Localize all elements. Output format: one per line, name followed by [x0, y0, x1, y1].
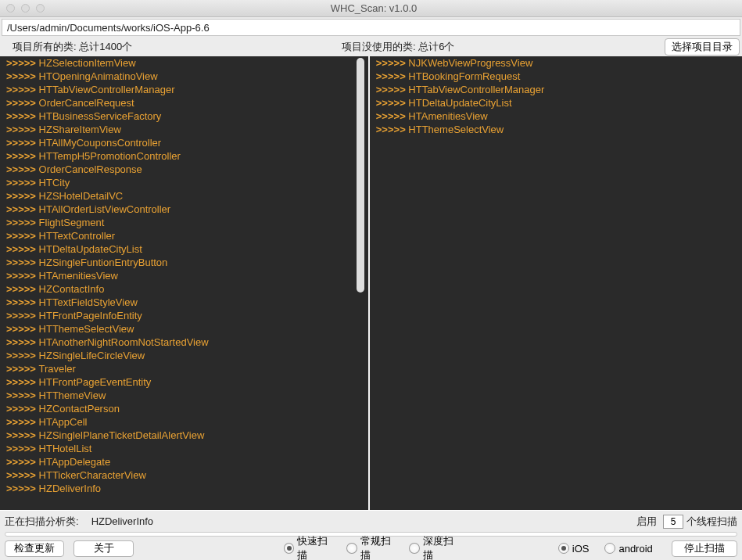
- class-line: >>>>> HZSingleLifeCircleView: [0, 349, 353, 362]
- class-line: >>>>> HTBusinessServiceFactory: [0, 109, 353, 123]
- prefix-chevrons: >>>>>: [6, 243, 39, 255]
- class-line: >>>>> HTTickerCharacterView: [0, 468, 353, 482]
- unused-classes-pane[interactable]: >>>>> NJKWebViewProgressView>>>>> HTBook…: [368, 56, 742, 510]
- fast-scan-radio[interactable]: 快速扫描: [284, 534, 337, 560]
- class-line: >>>>> HTAmenitiesView: [0, 269, 353, 282]
- prefix-chevrons: >>>>>: [6, 376, 39, 388]
- prefix-chevrons: >>>>>: [6, 456, 39, 468]
- class-name-link[interactable]: HTTabViewControllerManager: [39, 84, 175, 95]
- prefix-chevrons: >>>>>: [6, 403, 39, 415]
- select-dir-button[interactable]: 选择项目目录: [665, 38, 740, 56]
- class-name-link[interactable]: HZShareItemView: [39, 124, 121, 135]
- thread-count-input[interactable]: [663, 515, 683, 529]
- class-line: >>>>> Traveler: [0, 362, 353, 375]
- class-name-link[interactable]: HTThemeSelectView: [39, 323, 134, 335]
- prefix-chevrons: >>>>>: [6, 416, 39, 428]
- prefix-chevrons: >>>>>: [6, 217, 39, 228]
- class-name-link[interactable]: FlightSegment: [39, 217, 105, 228]
- class-name-link[interactable]: Traveler: [39, 363, 76, 375]
- class-name-link[interactable]: HTBookingFormRequest: [408, 70, 520, 82]
- class-name-link[interactable]: HTTextFieldStyleView: [39, 296, 138, 308]
- class-name-link[interactable]: HZDeliverInfo: [39, 483, 101, 494]
- class-name-link[interactable]: HTFrontPageEventEntity: [39, 376, 152, 388]
- class-line: >>>>> HTDeltaUpdateCityList: [0, 242, 353, 256]
- deep-scan-radio[interactable]: 深度扫描: [409, 534, 462, 560]
- class-name-link[interactable]: HTTempH5PromotionController: [39, 150, 181, 162]
- class-name-link[interactable]: HTTickerCharacterView: [39, 469, 146, 481]
- class-name-link[interactable]: HTDeltaUpdateCityList: [408, 97, 511, 109]
- prefix-chevrons: >>>>>: [376, 124, 409, 135]
- class-name-link[interactable]: HZContactInfo: [39, 283, 105, 295]
- class-name-link[interactable]: HTAnotherNightRoomNotStartedView: [39, 336, 209, 348]
- class-name-link[interactable]: HTThemeSelectView: [408, 124, 504, 135]
- class-name-link[interactable]: HZContactPerson: [39, 403, 120, 415]
- class-name-link[interactable]: OrderCancelRequest: [39, 97, 134, 109]
- class-line: >>>>> FlightSegment: [0, 216, 353, 229]
- close-dot[interactable]: [6, 4, 15, 13]
- prefix-chevrons: >>>>>: [6, 124, 39, 135]
- class-name-link[interactable]: HTThemeView: [39, 389, 106, 401]
- radio-icon: [284, 543, 295, 554]
- class-name-link[interactable]: HZSinglelPlaneTicketDetailAlertView: [39, 429, 205, 441]
- scrollbar-thumb[interactable]: [357, 58, 364, 293]
- class-name-link[interactable]: HZSingleLifeCircleView: [39, 350, 145, 361]
- class-name-link[interactable]: HTTextController: [39, 230, 116, 242]
- class-line: >>>>> HTTabViewControllerManager: [0, 83, 353, 96]
- class-name-link[interactable]: HTAppDelegate: [39, 456, 111, 468]
- about-button[interactable]: 关于: [73, 540, 133, 557]
- traffic-lights: [6, 4, 45, 13]
- class-name-link[interactable]: HTAllMyCouponsController: [39, 137, 162, 149]
- project-path-field[interactable]: [2, 19, 740, 36]
- scan-status-value: HZDeliverInfo: [91, 515, 153, 527]
- prefix-chevrons: >>>>>: [6, 177, 39, 188]
- class-name-link[interactable]: NJKWebViewProgressView: [408, 57, 532, 69]
- all-classes-pane[interactable]: >>>>> HZSelectionItemView>>>>> HTOpening…: [0, 56, 353, 510]
- class-name-link[interactable]: HTCity: [39, 177, 70, 188]
- prefix-chevrons: >>>>>: [6, 150, 39, 162]
- scan-mode-group: 快速扫描 常规扫描 深度扫描: [284, 534, 463, 560]
- scroll-gutter: [353, 56, 368, 510]
- prefix-chevrons: >>>>>: [6, 483, 39, 494]
- prefix-chevrons: >>>>>: [6, 163, 39, 175]
- class-name-link[interactable]: HZSingleFuntionEntryButton: [39, 257, 168, 268]
- radio-icon: [604, 543, 615, 554]
- stop-scan-button[interactable]: 停止扫描: [672, 540, 737, 557]
- check-update-button[interactable]: 检查更新: [5, 540, 64, 557]
- class-line: >>>>> HZShareItemView: [0, 123, 353, 136]
- class-name-link[interactable]: HZSelectionItemView: [39, 57, 136, 69]
- zoom-dot[interactable]: [36, 4, 45, 13]
- unused-classes-header: 项目没使用的类: 总计6个: [335, 38, 665, 56]
- prefix-chevrons: >>>>>: [6, 97, 39, 109]
- class-name-link[interactable]: HTDeltaUpdateCityList: [39, 243, 142, 255]
- prefix-chevrons: >>>>>: [6, 429, 39, 441]
- class-name-link[interactable]: HZSHotelDetailVC: [39, 190, 124, 202]
- class-name-link[interactable]: HTBusinessServiceFactory: [39, 110, 162, 122]
- android-radio[interactable]: android: [604, 543, 652, 555]
- class-name-link[interactable]: OrderCancelResponse: [39, 163, 142, 175]
- class-line: >>>>> HTTextFieldStyleView: [0, 296, 353, 309]
- prefix-chevrons: >>>>>: [6, 84, 39, 95]
- minimize-dot[interactable]: [21, 4, 30, 13]
- class-line: >>>>> HZSinglelPlaneTicketDetailAlertVie…: [0, 429, 353, 442]
- class-name-link[interactable]: HTAmenitiesView: [408, 110, 487, 122]
- class-name-link[interactable]: HTAppCell: [39, 416, 88, 428]
- class-line: >>>>> NJKWebViewProgressView: [370, 56, 742, 70]
- prefix-chevrons: >>>>>: [6, 469, 39, 481]
- prefix-chevrons: >>>>>: [6, 323, 39, 335]
- normal-scan-radio[interactable]: 常规扫描: [346, 534, 400, 560]
- class-name-link[interactable]: HTFrontPageInfoEntity: [39, 310, 142, 321]
- class-name-link[interactable]: HTAllOrderListViewController: [39, 203, 171, 215]
- class-line: >>>>> HTTempH5PromotionController: [0, 149, 353, 163]
- class-name-link[interactable]: HTHotelList: [39, 443, 92, 454]
- prefix-chevrons: >>>>>: [6, 137, 39, 149]
- class-name-link[interactable]: HTAmenitiesView: [39, 270, 118, 282]
- prefix-chevrons: >>>>>: [376, 97, 409, 109]
- class-line: >>>>> HTOpeningAnimatinoView: [0, 70, 353, 83]
- class-name-link[interactable]: HTTabViewControllerManager: [408, 84, 544, 95]
- class-name-link[interactable]: HTOpeningAnimatinoView: [39, 70, 158, 82]
- prefix-chevrons: >>>>>: [6, 363, 39, 375]
- all-classes-header: 项目所有的类: 总计1400个: [0, 38, 335, 56]
- prefix-chevrons: >>>>>: [6, 283, 39, 295]
- ios-radio[interactable]: iOS: [558, 543, 590, 555]
- prefix-chevrons: >>>>>: [376, 84, 409, 95]
